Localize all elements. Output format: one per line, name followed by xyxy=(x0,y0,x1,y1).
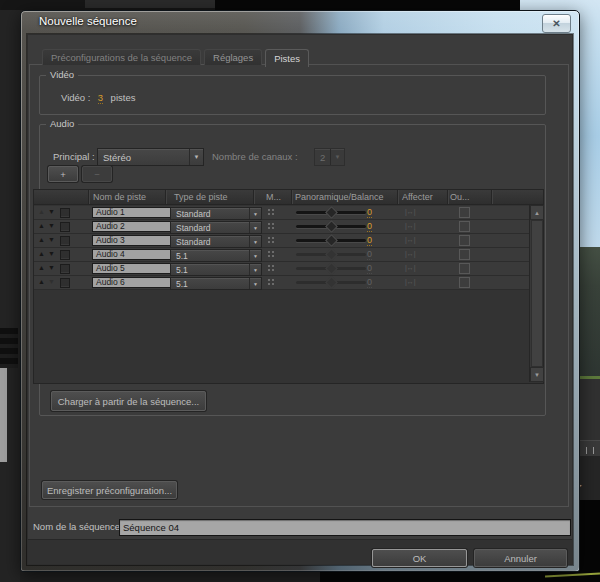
table-scrollbar[interactable]: ▲ ▼ xyxy=(529,205,543,382)
track-name-field[interactable]: Audio 5 xyxy=(92,263,172,274)
track-type-dropdown[interactable]: 5.1 ▼ xyxy=(170,263,262,276)
save-preset-button[interactable]: Enregistrer préconfiguration... xyxy=(42,481,177,499)
pan-slider xyxy=(296,267,366,270)
track-type-value: Standard xyxy=(171,237,249,247)
column-separator xyxy=(165,190,166,204)
move-down-icon[interactable]: ▼ xyxy=(48,264,55,271)
chevron-down-icon: ▼ xyxy=(249,208,261,219)
close-button[interactable]: ✕ xyxy=(542,14,571,33)
tab-tracks[interactable]: Pistes xyxy=(265,49,309,67)
move-down-icon[interactable]: ▼ xyxy=(48,222,55,229)
pan-value: 0 xyxy=(367,263,372,274)
pan-slider xyxy=(296,253,366,256)
audio-group-label: Audio xyxy=(46,118,78,129)
scroll-down-icon[interactable]: ▼ xyxy=(530,367,544,382)
app-left-scrollbar[interactable] xyxy=(0,368,7,462)
chevron-down-icon: ▼ xyxy=(249,250,261,261)
column-separator xyxy=(253,190,254,204)
track-type-value: Standard xyxy=(171,209,249,219)
track-name-field[interactable]: Audio 1 xyxy=(92,207,172,218)
video-tracks-label: Vidéo : xyxy=(61,92,90,103)
move-down-icon[interactable]: ▼ xyxy=(48,208,55,215)
track-checkbox[interactable] xyxy=(60,236,70,246)
col-track-type: Type de piste xyxy=(174,192,228,202)
move-down-icon[interactable]: ▼ xyxy=(48,250,55,257)
add-track-button[interactable]: + xyxy=(48,166,78,182)
track-row-audio-6: ▲ ▼ Audio 6 5.1 ▼ 0 |↔| xyxy=(34,276,529,290)
chevron-down-icon: ▼ xyxy=(249,278,261,289)
open-checkbox[interactable] xyxy=(459,207,470,218)
load-from-sequence-button[interactable]: Charger à partir de la séquence... xyxy=(51,391,206,411)
track-name-field[interactable]: Audio 2 xyxy=(92,221,172,232)
cancel-button[interactable]: Annuler xyxy=(474,549,567,567)
audio-tracks-table: Nom de piste Type de piste M... Panorami… xyxy=(33,189,544,384)
move-down-icon[interactable]: ▼ xyxy=(48,236,55,243)
track-checkbox[interactable] xyxy=(60,250,70,260)
video-tracks-suffix: pistes xyxy=(111,92,136,103)
column-separator xyxy=(88,190,89,204)
track-type-dropdown[interactable]: 5.1 ▼ xyxy=(170,277,262,290)
pan-value[interactable]: 0 xyxy=(367,235,372,246)
scroll-up-icon[interactable]: ▲ xyxy=(530,205,544,220)
pan-slider-thumb xyxy=(325,248,338,261)
output-assign-icon xyxy=(267,236,276,245)
scrollbar-thumb[interactable] xyxy=(531,220,543,367)
track-name-field[interactable]: Audio 4 xyxy=(92,249,172,260)
assign-icon: |↔| xyxy=(405,208,416,215)
track-name-field[interactable]: Audio 6 xyxy=(92,277,172,288)
move-up-icon[interactable]: ▲ xyxy=(38,278,45,285)
open-checkbox[interactable] xyxy=(459,263,470,274)
track-row-audio-2: ▲ ▼ Audio 2 Standard ▼ 0 |↔| xyxy=(34,220,529,234)
assign-icon: |↔| xyxy=(405,278,416,285)
ok-button[interactable]: OK xyxy=(372,549,467,567)
pan-slider[interactable] xyxy=(296,239,366,242)
pan-slider xyxy=(296,281,366,284)
track-type-dropdown[interactable]: Standard ▼ xyxy=(170,235,262,248)
track-checkbox[interactable] xyxy=(60,208,70,218)
track-type-value: 5.1 xyxy=(171,265,249,275)
open-checkbox[interactable] xyxy=(459,277,470,288)
track-name-field[interactable]: Audio 3 xyxy=(92,235,172,246)
track-checkbox[interactable] xyxy=(60,222,70,232)
track-type-dropdown[interactable]: Standard ▼ xyxy=(170,221,262,234)
pan-value[interactable]: 0 xyxy=(367,207,372,218)
pan-value[interactable]: 0 xyxy=(367,221,372,232)
open-checkbox[interactable] xyxy=(459,221,470,232)
pan-value: 0 xyxy=(367,249,372,260)
open-checkbox[interactable] xyxy=(459,249,470,260)
output-assign-icon xyxy=(267,222,276,231)
video-tracks-value[interactable]: 3 xyxy=(98,92,103,104)
principal-dropdown[interactable]: Stéréo ▼ xyxy=(97,148,204,166)
channels-dropdown: 2 ▼ xyxy=(314,148,345,166)
pan-slider-thumb[interactable] xyxy=(325,234,338,247)
track-row-audio-3: ▲ ▼ Audio 3 Standard ▼ 0 |↔| xyxy=(34,234,529,248)
channels-label: Nombre de canaux : xyxy=(212,151,298,162)
sequence-name-input[interactable] xyxy=(119,519,571,536)
tab-sequence-presets[interactable]: Préconfigurations de la séquence xyxy=(42,49,201,65)
track-checkbox[interactable] xyxy=(60,264,70,274)
tab-settings[interactable]: Réglages xyxy=(204,49,262,65)
screen: ► Nouvelle séquence ✕ Préconfigurations … xyxy=(0,0,600,582)
move-up-icon[interactable]: ▲ xyxy=(38,264,45,271)
pan-slider-thumb[interactable] xyxy=(325,206,338,219)
move-up-icon[interactable]: ▲ xyxy=(38,236,45,243)
move-up-icon[interactable]: ▲ xyxy=(38,222,45,229)
track-type-dropdown[interactable]: 5.1 ▼ xyxy=(170,249,262,262)
pan-slider-thumb[interactable] xyxy=(325,220,338,233)
video-group-label: Vidéo xyxy=(46,69,78,80)
move-up-icon[interactable]: ▲ xyxy=(38,250,45,257)
pan-slider[interactable] xyxy=(296,225,366,228)
move-down-icon: ▼ xyxy=(48,278,55,285)
open-checkbox[interactable] xyxy=(459,235,470,246)
track-type-dropdown[interactable]: Standard ▼ xyxy=(170,207,262,220)
sequence-name-label: Nom de la séquence : xyxy=(33,521,125,532)
principal-value: Stéréo xyxy=(98,152,189,163)
track-checkbox[interactable] xyxy=(60,278,70,288)
track-row-audio-1: ▲ ▼ Audio 1 Standard ▼ 0 |↔| xyxy=(34,206,529,220)
col-pan-balance: Panoramique/Balance xyxy=(295,192,384,202)
close-icon: ✕ xyxy=(552,19,560,29)
pan-slider[interactable] xyxy=(296,211,366,214)
pan-slider-thumb xyxy=(325,262,338,275)
channels-value: 2 xyxy=(315,152,330,163)
move-up-icon: ▲ xyxy=(38,208,45,215)
